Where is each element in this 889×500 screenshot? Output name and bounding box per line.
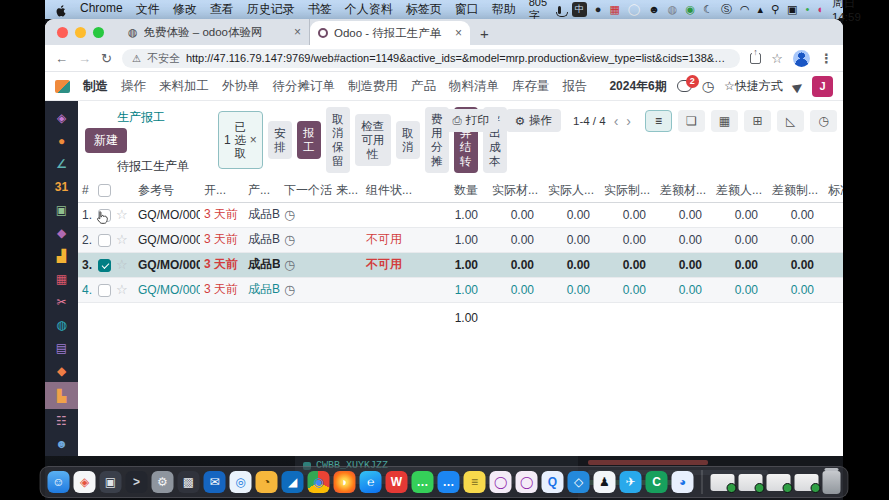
menubar-item[interactable]: 历史记录	[247, 1, 295, 18]
app-tools[interactable]: ✂	[45, 290, 78, 313]
dock-telegram[interactable]: ✈	[620, 471, 642, 493]
profile-avatar[interactable]	[793, 50, 810, 67]
shortcut-link[interactable]: ☆快捷方式	[724, 78, 783, 95]
tab-close-icon[interactable]: ×	[294, 25, 301, 39]
menubar-item[interactable]: 查看	[210, 1, 234, 18]
browser-menu-icon[interactable]: ⋮	[820, 51, 833, 66]
chat-app-icon[interactable]: ●	[595, 4, 602, 15]
calendar-view-button[interactable]: ▦	[711, 110, 738, 132]
row-checkbox[interactable]	[98, 284, 111, 297]
activity-clock-icon[interactable]: ◷	[284, 282, 295, 297]
app-accounting[interactable]: ▤	[45, 336, 78, 359]
row-checkbox-checked[interactable]	[98, 259, 111, 272]
favorite-star-icon[interactable]: ☆	[116, 207, 128, 222]
menubar-item[interactable]: 标签页	[406, 1, 442, 18]
dock-minimized-window[interactable]	[739, 474, 763, 491]
app-employees[interactable]: ☷	[45, 409, 78, 432]
display-toggle-icon[interactable]: ▣	[787, 4, 797, 15]
close-window-button[interactable]	[57, 27, 68, 38]
odoo-menu-item[interactable]: 报告	[563, 78, 588, 95]
odoo-menu-item[interactable]: 来料加工	[159, 78, 209, 95]
menubar-item[interactable]: 帮助	[492, 1, 516, 18]
activity-clock-icon[interactable]: ◷	[284, 257, 295, 272]
app-calendar[interactable]: 31	[45, 175, 78, 198]
table-row[interactable]: 1. ☆ GQ/MO/000... 3 天前 成品B ◷ 1.00	[78, 202, 843, 227]
tab-odoo-production[interactable]: Odoo - 待报工生产单 ×	[310, 21, 470, 45]
table-row[interactable]: 2. ☆ GQ/MO/000... 3 天前 成品B ◷ 不可用 1.0	[78, 227, 843, 252]
table-row-selected[interactable]: 3. ☆ GQ/MO/000... 3 天前 成品B ◷ 不可用 1.0	[78, 252, 843, 277]
dock-terminal[interactable]: >	[126, 471, 148, 493]
pill-app-icon[interactable]: ◯	[628, 4, 640, 15]
dock-settings[interactable]: ⚙	[152, 471, 174, 493]
dock-wps[interactable]: W	[386, 471, 408, 493]
dock-ring-a[interactable]: ◯	[490, 471, 512, 493]
assistant-icon[interactable]: ☻	[648, 4, 660, 15]
action-button[interactable]: 安排	[268, 121, 292, 159]
dock-ide[interactable]: ◇	[568, 471, 590, 493]
dock-ring-b[interactable]: ◯	[516, 471, 538, 493]
favorite-star-icon[interactable]: ☆	[116, 232, 128, 247]
dock-safari[interactable]: ◎	[230, 471, 252, 493]
color-wheel-icon[interactable]: ◐	[817, 4, 824, 15]
odoo-menu-item[interactable]: 制造费用	[348, 78, 398, 95]
microphone-icon[interactable]	[558, 6, 561, 14]
dock-firefox[interactable]: ◗	[334, 471, 356, 493]
dock-minimized-window[interactable]	[795, 474, 819, 491]
share-icon[interactable]: ↑	[750, 53, 761, 64]
moon-icon[interactable]: ☾	[703, 4, 713, 15]
user-avatar[interactable]: J	[812, 76, 833, 97]
dock-vscode[interactable]: ◢	[282, 471, 304, 493]
app-contacts[interactable]: ▣	[45, 198, 78, 221]
list-view-button[interactable]: ≡	[645, 110, 672, 132]
eject-icon[interactable]: ▴	[758, 4, 764, 15]
favorite-star-icon[interactable]: ☆	[116, 257, 128, 272]
select-all-checkbox[interactable]	[98, 184, 111, 197]
odoo-menu-item[interactable]: 物料清单	[449, 78, 499, 95]
swirl-app-icon[interactable]: ◍	[668, 4, 678, 15]
activities-clock-icon[interactable]: ◷	[702, 78, 714, 94]
dock-notes[interactable]: ≡	[464, 471, 486, 493]
green-app-icon[interactable]: ◉	[685, 4, 695, 15]
address-bar[interactable]: ⚠ 不安全 http://47.116.79.147:9769/web#acti…	[122, 49, 740, 68]
odoo-menu-item[interactable]: 操作	[121, 78, 146, 95]
action-button[interactable]: 检查可用性	[355, 114, 391, 166]
back-button[interactable]: ←	[55, 51, 68, 66]
activity-view-button[interactable]: ◷	[810, 110, 837, 132]
apple-logo-icon[interactable]	[55, 3, 67, 17]
dock-search[interactable]: Q	[542, 471, 564, 493]
new-record-button[interactable]: 新建	[85, 128, 127, 153]
tab-odoo-trial[interactable]: ◍ 免费体验 – odoo体验网 ×	[120, 19, 310, 45]
url-text[interactable]: http://47.116.79.147:9769/web#action=114…	[186, 52, 730, 64]
app-dashboards[interactable]: ▦	[45, 267, 78, 290]
action-menu-button[interactable]: ⚙ 操作	[506, 109, 561, 132]
print-button[interactable]: ⎙ 打印	[444, 109, 498, 132]
spotlight-search-icon[interactable]: ⚲	[771, 4, 779, 15]
dock-messages[interactable]: …	[438, 471, 460, 493]
clear-selection-icon[interactable]: ×	[250, 133, 257, 147]
bookmark-star-icon[interactable]: ☆	[771, 51, 783, 66]
dock-edge[interactable]: ℮	[360, 471, 382, 493]
dock-mission-control[interactable]: ▣	[100, 471, 122, 493]
dock-clock[interactable]: ◔	[256, 471, 278, 493]
app-website[interactable]: ◍	[45, 313, 78, 336]
table-row[interactable]: 4. ☆ GQ/MO/000... 3 天前 成品B ◷ 1.00	[78, 277, 843, 302]
favorite-star-icon[interactable]: ☆	[116, 282, 128, 297]
dock-minimized-window[interactable]	[767, 474, 791, 491]
activity-clock-icon[interactable]: ◷	[284, 232, 295, 247]
security-label[interactable]: 不安全	[147, 51, 180, 66]
send-plane-icon[interactable]: ▶	[790, 78, 806, 95]
dock-chrome[interactable]: ◉	[308, 471, 330, 493]
odoo-menu-item[interactable]: 外协单	[222, 78, 260, 95]
forward-button[interactable]: →	[78, 51, 91, 66]
app-discuss[interactable]: ◈	[45, 106, 78, 129]
dock-photos[interactable]: ◈	[74, 471, 96, 493]
kanban-view-button[interactable]: ❏	[678, 110, 705, 132]
menubar-item[interactable]: 窗口	[455, 1, 479, 18]
messages-icon[interactable]: 2	[677, 80, 692, 92]
dock-launchpad[interactable]: ▩	[178, 471, 200, 493]
screenshot-app-icon[interactable]: Ⓢ	[721, 4, 732, 15]
app-manufacturing[interactable]: ▙	[45, 382, 78, 409]
dock-minimized-window[interactable]	[711, 474, 735, 491]
green-dot-icon[interactable]: •	[806, 4, 810, 15]
breadcrumb[interactable]: 生产报工	[117, 109, 165, 126]
